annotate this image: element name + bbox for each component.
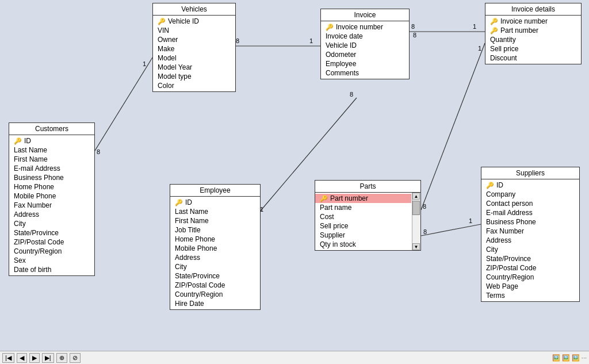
svg-line-13 [421,43,485,210]
table-row: Owner [153,35,235,44]
table-row: E-mail Address [481,208,579,217]
nav-last-button[interactable]: ▶| [42,353,54,363]
table-row: Business Phone [9,173,94,182]
table-row: Vehicle ID [321,41,409,50]
scrollbar-thumb[interactable] [412,201,420,215]
customers-body: 🔑ID Last Name First Name E-mail Address … [9,135,94,275]
table-row: E-mail Address [9,164,94,173]
table-row: Web Page [481,282,579,291]
table-row: ZIP/Postal Code [170,281,260,290]
svg-text:8: 8 [97,148,100,155]
customers-table: Customers 🔑ID Last Name First Name E-mai… [9,122,95,276]
table-row: Home Phone [9,182,94,191]
table-row: Job Title [170,225,260,235]
table-row: Color [153,81,235,90]
svg-text:1: 1 [143,60,146,67]
svg-text:1: 1 [309,37,313,44]
table-row: 🔑Vehicle ID [153,17,235,26]
table-row: ZIP/Postal Code [481,263,579,273]
table-row: Mobile Phone [9,191,94,201]
table-row: Model [153,53,235,63]
table-row: Last Name [9,145,94,155]
table-row: Mobile Phone [170,244,260,253]
svg-text:8: 8 [411,23,415,30]
key-icon: 🔑 [326,24,334,31]
employee-body: 🔑ID Last Name First Name Job Title Home … [170,197,260,309]
table-row: Sex [9,256,94,265]
nav-first-button[interactable]: |◀ [2,353,14,363]
svg-text:8: 8 [423,228,427,235]
invoice-details-body: 🔑Invoice number 🔑Part number Quantity Se… [485,16,581,64]
suppliers-table: Suppliers 🔑ID Company Contact person E-m… [481,167,580,302]
svg-line-16 [421,224,481,236]
table-row: Supplier [315,231,411,240]
table-row: Country/Region [9,247,94,256]
table-row: State/Province [170,271,260,281]
svg-text:1: 1 [469,217,472,224]
invoice-body: 🔑Invoice number Invoice date Vehicle ID … [321,21,409,79]
scroll-down-button[interactable]: ▼ [412,243,420,250]
table-row: 🔑ID [170,198,260,207]
table-row: First Name [9,155,94,164]
table-row: Qty in stock [315,240,411,249]
table-row: Hire Date [170,299,260,308]
employee-table: Employee 🔑ID Last Name First Name Job Ti… [170,184,261,310]
parts-body: 🔑Part number Part name Cost Sell price S… [315,193,420,250]
table-row: Address [170,253,260,262]
table-row: Address [9,210,94,219]
table-row: City [9,219,94,228]
nav-prev-button[interactable]: ◀ [17,353,27,363]
invoice-details-table: Invoice details 🔑Invoice number 🔑Part nu… [485,3,582,64]
table-row: 🔑ID [481,181,579,190]
parts-table: Parts 🔑Part number Part name Cost Sell p… [315,180,421,251]
table-row: Date of birth [9,265,94,274]
table-row: Fax Number [481,227,579,236]
key-icon: 🔑 [175,199,183,206]
svg-text:8: 8 [350,91,353,98]
table-row: City [170,262,260,271]
customers-title: Customers [9,123,94,135]
svg-line-0 [92,58,152,155]
table-row: First Name [170,216,260,225]
table-row: Part name [315,203,411,212]
table-row: Home Phone [170,235,260,244]
key-icon: 🔑 [320,195,328,202]
table-row: 🔑Invoice number [321,22,409,32]
table-row: Contact person [481,199,579,208]
nav-delete-button[interactable]: ⊘ [70,353,81,363]
table-row: ZIP/Postal Code [9,237,94,247]
bottom-bar: |◀ ◀ ▶ ▶| ⊕ ⊘ 🖼️ 🖼️ 🖼️ ··· [0,351,589,364]
table-row: Model Year [153,63,235,72]
table-row: VIN [153,26,235,35]
vehicles-body: 🔑Vehicle ID VIN Owner Make Model Model Y… [153,16,235,91]
vehicles-table: Vehicles 🔑Vehicle ID VIN Owner Make Mode… [152,3,236,92]
table-row: Model type [153,72,235,81]
key-icon: 🔑 [490,18,498,25]
svg-text:8: 8 [413,32,416,39]
table-row: State/Province [9,228,94,237]
svg-text:1: 1 [478,45,481,52]
scroll-up-button[interactable]: ▲ [412,193,420,200]
suppliers-body: 🔑ID Company Contact person E-mail Addres… [481,179,579,301]
employee-title: Employee [170,185,260,197]
table-row: Odometer [321,50,409,59]
key-icon: 🔑 [486,182,494,189]
table-row: Fax Number [9,201,94,210]
status-text: 🖼️ 🖼️ 🖼️ ··· [552,354,587,362]
scrollbar-track[interactable]: ▲ ▼ [412,193,420,250]
table-row: Terms [481,291,579,300]
table-row: Company [481,190,579,199]
table-row: Business Phone [481,217,579,227]
table-row: Quantity [485,35,581,44]
table-row: Country/Region [481,273,579,282]
nav-add-button[interactable]: ⊕ [56,353,67,363]
invoice-title: Invoice [321,9,409,21]
parts-title: Parts [315,181,420,193]
table-row: City [481,245,579,254]
svg-text:8: 8 [423,203,426,210]
table-row: Discount [485,53,581,63]
nav-next-button[interactable]: ▶ [29,353,40,363]
table-row: 🔑Part number [315,194,411,203]
key-icon: 🔑 [14,137,22,145]
vehicles-title: Vehicles [153,3,235,16]
